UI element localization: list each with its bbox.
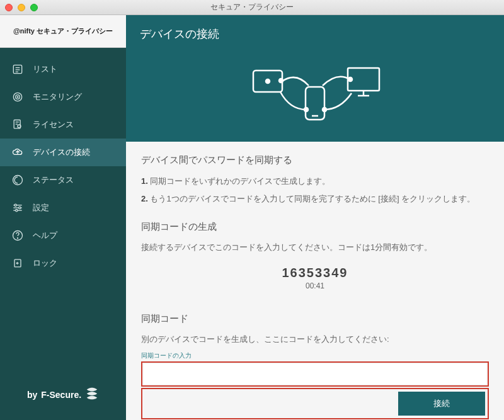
sidebar-item-label: ステータス bbox=[33, 174, 74, 186]
content-body: デバイス間でパスワードを同期する 1. 同期コードをいずれかのデバイスで生成しま… bbox=[126, 142, 504, 420]
close-icon[interactable] bbox=[5, 4, 13, 11]
step-1-text: 同期コードをいずれかのデバイスで生成します。 bbox=[150, 176, 330, 186]
step-2-num: 2. bbox=[141, 194, 148, 203]
svg-point-15 bbox=[14, 204, 16, 206]
step-1-num: 1. bbox=[141, 176, 148, 186]
sidebar-item-monitoring[interactable]: モニタリング bbox=[0, 83, 126, 111]
sidebar-item-lock[interactable]: ロック bbox=[0, 249, 126, 277]
sidebar-item-settings[interactable]: 設定 bbox=[0, 194, 126, 222]
sync-code-input[interactable] bbox=[144, 364, 486, 384]
sidebar-item-label: リスト bbox=[33, 64, 57, 75]
sidebar-item-label: デバイスの接続 bbox=[33, 147, 90, 158]
code-display: 16353349 00:41 bbox=[141, 253, 489, 297]
fsecure-logo-icon bbox=[85, 387, 99, 402]
titlebar: セキュア・プライバシー bbox=[0, 0, 504, 15]
help-icon bbox=[11, 229, 24, 242]
sidebar: @nifty セキュア・プライバシー リスト モニタリング ライセンス bbox=[0, 15, 126, 420]
svg-point-16 bbox=[19, 207, 21, 208]
lock-icon bbox=[11, 257, 24, 270]
window-controls bbox=[5, 4, 38, 11]
license-icon bbox=[11, 118, 24, 131]
sidebar-item-list[interactable]: リスト bbox=[0, 55, 126, 83]
window-title: セキュア・プライバシー bbox=[210, 2, 294, 13]
input-label: 同期コードの入力 bbox=[141, 351, 489, 360]
maximize-icon[interactable] bbox=[30, 4, 38, 11]
sync-heading: デバイス間でパスワードを同期する bbox=[141, 154, 489, 166]
step-2: 2. もう1つのデバイスでコードを入力して同期を完了するために [接続] をクリ… bbox=[141, 193, 489, 205]
hero: デバイスの接続 bbox=[126, 15, 504, 142]
status-icon bbox=[11, 174, 24, 186]
cloud-sync-icon bbox=[11, 146, 24, 159]
generate-desc: 接続するデバイスでこのコードを入力してください。コードは1分間有効です。 bbox=[141, 242, 489, 253]
svg-point-29 bbox=[348, 77, 352, 81]
brand-bar: @nifty セキュア・プライバシー bbox=[0, 15, 126, 48]
svg-point-28 bbox=[279, 79, 283, 82]
svg-point-17 bbox=[16, 210, 18, 212]
countdown-timer: 00:41 bbox=[141, 281, 489, 290]
generate-block: 同期コードの生成 接続するデバイスでこのコードを入力してください。コードは1分間… bbox=[141, 221, 489, 297]
input-highlight-box bbox=[141, 361, 489, 387]
devices-illustration-icon bbox=[140, 59, 490, 135]
main-content: デバイスの接続 bbox=[126, 15, 504, 420]
svg-point-31 bbox=[323, 108, 326, 111]
footer-prefix: by bbox=[27, 390, 37, 400]
page-title: デバイスの接続 bbox=[140, 26, 490, 42]
enter-desc: 別のデバイスでコードを生成し、ここにコードを入力してください: bbox=[141, 334, 489, 345]
sidebar-item-connect-device[interactable]: デバイスの接続 bbox=[0, 139, 126, 166]
button-highlight-box: 接続 bbox=[141, 388, 489, 419]
sync-code-value: 16353349 bbox=[141, 266, 489, 280]
target-icon bbox=[11, 91, 24, 103]
sidebar-item-status[interactable]: ステータス bbox=[0, 166, 126, 194]
connect-button[interactable]: 接続 bbox=[398, 392, 485, 416]
sidebar-item-label: ライセンス bbox=[33, 119, 74, 130]
footer-brand: F-Secure. bbox=[41, 390, 81, 400]
svg-point-19 bbox=[18, 238, 18, 239]
svg-point-22 bbox=[266, 79, 270, 83]
sidebar-item-label: 設定 bbox=[33, 202, 49, 213]
sidebar-footer: by F-Secure. bbox=[0, 375, 126, 420]
list-icon bbox=[11, 63, 24, 76]
sidebar-item-label: ロック bbox=[33, 258, 57, 269]
svg-point-6 bbox=[17, 96, 18, 98]
step-2-text: もう1つのデバイスでコードを入力して同期を完了するために [接続] をクリックし… bbox=[150, 194, 475, 203]
svg-rect-26 bbox=[306, 87, 324, 120]
step-1: 1. 同期コードをいずれかのデバイスで生成します。 bbox=[141, 175, 489, 188]
sidebar-item-label: モニタリング bbox=[33, 91, 82, 103]
sidebar-item-license[interactable]: ライセンス bbox=[0, 111, 126, 139]
sidebar-item-label: ヘルプ bbox=[33, 230, 57, 241]
sidebar-item-help[interactable]: ヘルプ bbox=[0, 222, 126, 249]
enter-block: 同期コード 別のデバイスでコードを生成し、ここにコードを入力してください: 同期… bbox=[141, 313, 489, 419]
svg-point-30 bbox=[304, 108, 308, 111]
sliders-icon bbox=[11, 201, 24, 214]
sidebar-nav: リスト モニタリング ライセンス デバイスの接続 bbox=[0, 48, 126, 375]
enter-heading: 同期コード bbox=[141, 313, 489, 325]
minimize-icon[interactable] bbox=[18, 4, 25, 11]
generate-heading: 同期コードの生成 bbox=[141, 221, 489, 233]
